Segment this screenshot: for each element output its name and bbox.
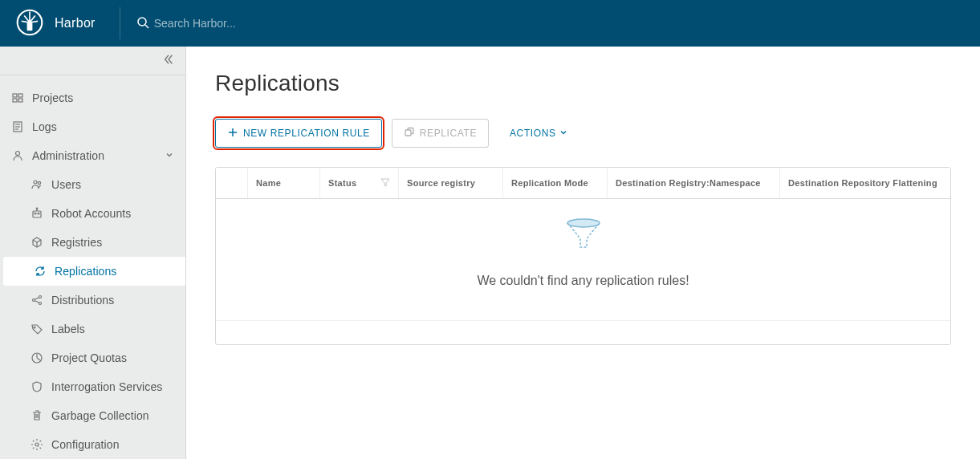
empty-state-icon-wrap xyxy=(216,215,950,256)
svg-rect-4 xyxy=(13,94,17,97)
svg-point-21 xyxy=(39,296,42,299)
collapse-icon[interactable] xyxy=(163,54,174,67)
svg-point-12 xyxy=(16,152,20,156)
sidebar-item-label: Project Quotas xyxy=(51,351,127,364)
distributions-icon xyxy=(30,294,43,307)
sidebar-item-project-quotas[interactable]: Project Quotas xyxy=(0,343,185,372)
sidebar-item-label: Users xyxy=(51,178,81,191)
svg-point-16 xyxy=(35,213,36,214)
robot-icon xyxy=(30,207,43,220)
sidebar-item-label: Projects xyxy=(32,91,73,104)
sidebar-item-projects[interactable]: Projects xyxy=(0,83,185,112)
trash-icon xyxy=(30,409,43,422)
replicate-icon xyxy=(404,127,415,140)
svg-rect-1 xyxy=(27,22,33,30)
svg-rect-7 xyxy=(18,99,22,102)
registries-icon xyxy=(30,236,43,249)
svg-point-20 xyxy=(33,299,35,302)
filter-icon[interactable] xyxy=(380,177,390,189)
nav: Projects Logs Administration Users Robot… xyxy=(0,75,185,459)
column-label: Destination Repository Flattening xyxy=(788,178,937,188)
actions-dropdown[interactable]: ACTIONS xyxy=(498,128,567,139)
svg-line-3 xyxy=(145,25,148,28)
table-footer xyxy=(216,320,950,344)
replicate-button[interactable]: REPLICATE xyxy=(392,119,489,148)
sidebar-item-label: Distributions xyxy=(51,294,114,307)
sidebar-item-garbage-collection[interactable]: Garbage Collection xyxy=(0,401,185,430)
sidebar-item-distributions[interactable]: Distributions xyxy=(0,286,185,315)
users-icon xyxy=(30,178,43,191)
sidebar-item-label: Logs xyxy=(32,120,57,133)
search-input[interactable] xyxy=(154,17,395,30)
sidebar-item-label: Labels xyxy=(51,323,85,335)
sidebar-item-label: Administration xyxy=(32,149,104,162)
table-header-row: Name Status Source registry Replication … xyxy=(216,168,950,199)
page-title: Replications xyxy=(215,71,951,96)
sidebar-item-administration[interactable]: Administration xyxy=(0,141,185,170)
admin-icon xyxy=(11,149,24,162)
replications-icon xyxy=(34,265,47,278)
app-name: Harbor xyxy=(55,16,96,30)
button-label: NEW REPLICATION RULE xyxy=(243,128,370,139)
sidebar-item-replications[interactable]: Replications xyxy=(3,257,185,286)
shield-icon xyxy=(30,380,43,393)
gear-icon xyxy=(30,438,43,451)
sidebar: Projects Logs Administration Users Robot… xyxy=(0,47,186,459)
svg-point-31 xyxy=(567,219,600,227)
column-status[interactable]: Status xyxy=(320,168,399,198)
sidebar-item-registries[interactable]: Registries xyxy=(0,228,185,257)
app-header: Harbor xyxy=(0,0,980,47)
sidebar-item-label: Robot Accounts xyxy=(51,207,131,220)
sidebar-item-logs[interactable]: Logs xyxy=(0,112,185,141)
plus-icon xyxy=(227,127,238,140)
svg-point-25 xyxy=(34,327,35,328)
svg-point-22 xyxy=(39,303,42,305)
replications-table: Name Status Source registry Replication … xyxy=(215,167,951,345)
labels-icon xyxy=(30,323,43,335)
column-label: Source registry xyxy=(407,178,475,188)
sidebar-item-users[interactable]: Users xyxy=(0,170,185,199)
svg-rect-30 xyxy=(405,130,411,136)
sidebar-item-robot-accounts[interactable]: Robot Accounts xyxy=(0,199,185,228)
sidebar-item-label: Interrogation Services xyxy=(51,380,162,393)
empty-state-text: We couldn't find any replication rules! xyxy=(216,274,950,288)
svg-line-24 xyxy=(35,301,39,303)
quotas-icon xyxy=(30,351,43,364)
column-label: Name xyxy=(256,178,281,188)
column-replication-mode[interactable]: Replication Mode xyxy=(503,168,608,198)
logo-section: Harbor xyxy=(0,0,112,47)
empty-state: We couldn't find any replication rules! xyxy=(216,199,950,320)
funnel-icon xyxy=(564,215,603,256)
actions-label: ACTIONS xyxy=(510,128,556,139)
chevron-down-icon xyxy=(165,149,174,162)
chevron-down-icon xyxy=(559,128,567,139)
column-destination-registry[interactable]: Destination Registry:Namespace xyxy=(608,168,780,198)
search-icon xyxy=(136,16,149,31)
sidebar-item-label: Registries xyxy=(51,236,102,249)
sidebar-item-labels[interactable]: Labels xyxy=(0,315,185,343)
svg-rect-5 xyxy=(18,94,22,97)
column-label: Destination Registry:Namespace xyxy=(616,178,761,188)
svg-point-13 xyxy=(34,181,37,184)
sidebar-item-label: Garbage Collection xyxy=(51,409,149,422)
new-replication-rule-button[interactable]: NEW REPLICATION RULE xyxy=(215,119,382,148)
sidebar-item-configuration[interactable]: Configuration xyxy=(0,430,185,459)
search-container xyxy=(128,16,980,31)
toolbar: NEW REPLICATION RULE REPLICATE ACTIONS xyxy=(215,119,951,148)
sidebar-item-interrogation-services[interactable]: Interrogation Services xyxy=(0,372,185,401)
svg-rect-15 xyxy=(33,211,41,217)
column-checkbox[interactable] xyxy=(216,168,248,198)
column-source-registry[interactable]: Source registry xyxy=(399,168,503,198)
header-divider xyxy=(120,7,120,39)
column-label: Replication Mode xyxy=(511,178,588,188)
logs-icon xyxy=(11,120,24,133)
svg-line-23 xyxy=(35,298,39,300)
column-name[interactable]: Name xyxy=(248,168,320,198)
svg-point-2 xyxy=(138,18,146,26)
column-destination-flattening[interactable]: Destination Repository Flattening xyxy=(780,168,950,198)
svg-point-29 xyxy=(35,443,39,446)
harbor-logo-icon xyxy=(16,9,43,39)
projects-icon xyxy=(11,91,24,104)
svg-point-17 xyxy=(38,213,39,214)
sidebar-collapse-row xyxy=(0,47,185,75)
